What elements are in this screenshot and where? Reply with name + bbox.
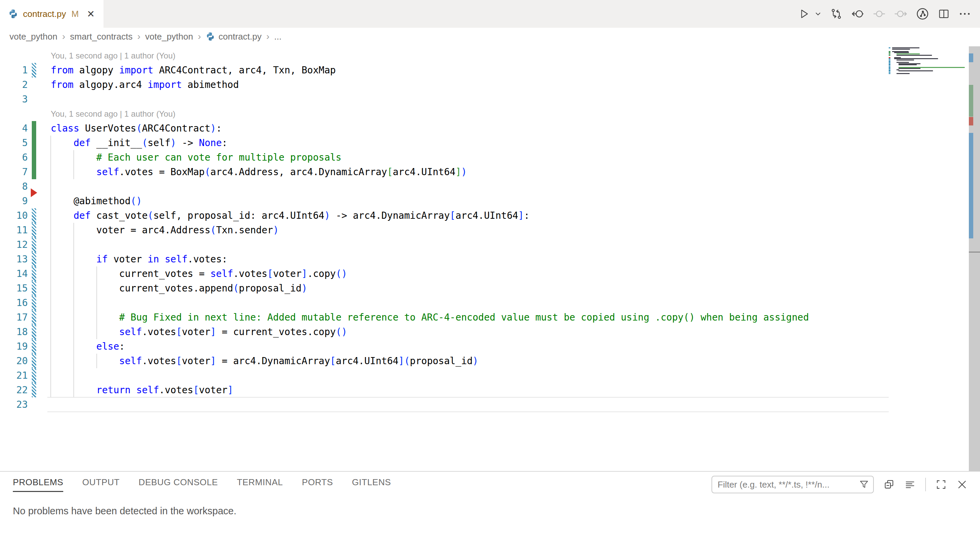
maximize-panel-icon[interactable] <box>935 479 947 490</box>
run-dropdown-chevron-icon[interactable] <box>814 10 822 18</box>
code-text: self.votes[voter] = current_votes.copy() <box>51 325 347 339</box>
line-number: 22 <box>0 383 28 397</box>
line-number: 17 <box>0 310 28 325</box>
code-line[interactable]: 17 # Bug Fixed in next line: Added mutab… <box>0 310 889 325</box>
editor-tab-bar: contract.py M ✕ <box>0 0 980 28</box>
code-line[interactable]: 6 # Each user can vote for multiple prop… <box>0 150 889 165</box>
code-line[interactable]: 15 current_votes.append(proposal_id) <box>0 281 889 296</box>
code-line[interactable]: 18 self.votes[voter] = current_votes.cop… <box>0 325 889 339</box>
code-line[interactable]: 19 else: <box>0 339 889 354</box>
minimap-diff-mark <box>889 72 890 73</box>
line-number: 12 <box>0 237 28 252</box>
panel-tab-problems[interactable]: PROBLEMS <box>13 477 63 492</box>
next-change-disabled-icon <box>894 7 908 21</box>
minimap-diff-mark <box>889 51 890 52</box>
minimap-diff-mark <box>889 65 890 67</box>
code-line[interactable]: 20 self.votes[voter] = arc4.DynamicArray… <box>0 354 889 368</box>
split-editor-icon[interactable] <box>937 8 950 20</box>
code-line[interactable]: 12 <box>0 237 889 252</box>
gutter-diff-marker <box>32 121 36 135</box>
tab-close-icon[interactable]: ✕ <box>87 8 95 20</box>
code-line[interactable]: 4class UserVotes(ARC4Contract): <box>0 121 889 135</box>
code-line[interactable]: 2from algopy.arc4 import abimethod <box>0 78 889 92</box>
gutter-diff-marker <box>32 296 36 310</box>
previous-change-disabled-icon <box>872 7 886 21</box>
code-line[interactable]: 8 <box>0 179 889 194</box>
code-line[interactable]: 5 def __init__(self) -> None: <box>0 135 889 150</box>
gitlens-graph-icon[interactable] <box>916 7 929 21</box>
breadcrumb-item[interactable]: ... <box>274 32 282 42</box>
code-line[interactable]: 11 voter = arc4.Address(Txn.sender) <box>0 223 889 237</box>
gutter-diff-marker <box>32 63 36 78</box>
code-line[interactable]: 13 if voter in self.votes: <box>0 252 889 266</box>
gitlens-blame-annotation[interactable]: You, 1 second ago | 1 author (You) <box>0 48 889 63</box>
code-text: else: <box>51 339 125 354</box>
run-button-icon[interactable] <box>798 8 810 20</box>
code-line[interactable]: 10 def cast_vote(self, proposal_id: arc4… <box>0 208 889 223</box>
open-previous-change-icon[interactable] <box>851 7 864 21</box>
panel-tab-output[interactable]: OUTPUT <box>82 477 119 492</box>
breadcrumb-item[interactable]: vote_python <box>145 32 193 42</box>
minimap-code-line <box>894 52 909 53</box>
ruler-added-mark <box>969 85 973 117</box>
minimap-code-line <box>899 68 921 69</box>
code-line[interactable]: 1from algopy import ARC4Contract, arc4, … <box>0 63 889 78</box>
gutter-diff-marker <box>32 281 36 296</box>
line-number: 15 <box>0 281 28 296</box>
list-view-icon[interactable] <box>904 479 916 490</box>
code-line[interactable]: 3 <box>0 92 889 107</box>
line-number: 7 <box>0 165 28 179</box>
breadcrumb-item[interactable]: smart_contracts <box>70 32 132 42</box>
panel-tab-ports[interactable]: PORTS <box>302 477 333 492</box>
minimap-code-line <box>894 58 938 59</box>
filter-input[interactable] <box>711 476 874 493</box>
breadcrumb-item[interactable]: vote_python <box>10 32 57 42</box>
line-number: 18 <box>0 325 28 339</box>
breadcrumb-item[interactable]: contract.py <box>205 32 261 42</box>
code-text: from algopy import ARC4Contract, arc4, T… <box>51 63 336 78</box>
panel-tab-terminal[interactable]: TERMINAL <box>237 477 283 492</box>
code-line[interactable]: 14 current_votes = self.votes[voter].cop… <box>0 266 889 281</box>
code-text: from algopy.arc4 import abimethod <box>51 78 239 92</box>
close-panel-icon[interactable] <box>956 479 968 490</box>
collapse-all-icon[interactable] <box>883 479 895 490</box>
minimap-diff-mark <box>889 70 890 72</box>
line-number: 4 <box>0 121 28 135</box>
scrollbar-slider-edge <box>969 251 980 253</box>
deleted-lines-marker-icon <box>31 188 37 197</box>
line-number: 2 <box>0 78 28 92</box>
minimap-code-line <box>894 57 900 58</box>
code-text: def __init__(self) -> None: <box>51 135 228 150</box>
code-line[interactable]: 9 @abimethod() <box>0 194 889 208</box>
code-text: # Bug Fixed in next line: Added mutable … <box>51 310 809 325</box>
panel-tab-gitlens[interactable]: GITLENS <box>352 477 391 492</box>
overview-ruler-scrollbar[interactable] <box>969 46 980 472</box>
breadcrumb-separator-icon: › <box>266 31 269 42</box>
gitlens-blame-annotation[interactable]: You, 1 second ago | 1 author (You) <box>0 107 889 121</box>
code-line[interactable]: 21 <box>0 368 889 383</box>
line-number: 8 <box>0 179 28 194</box>
problems-empty-message: No problems have been detected in the wo… <box>13 506 236 517</box>
gutter-diff-marker <box>32 208 36 223</box>
gutter-diff-marker <box>32 339 36 354</box>
more-actions-icon[interactable] <box>958 8 971 20</box>
minimap-diff-mark <box>889 59 890 60</box>
minimap-code-line <box>896 62 909 63</box>
minimap-diff-mark <box>889 61 890 62</box>
panel-tab-debug-console[interactable]: DEBUG CONSOLE <box>138 477 218 492</box>
python-icon <box>8 9 18 19</box>
code-line[interactable]: 7 self.votes = BoxMap(arc4.Address, arc4… <box>0 165 889 179</box>
minimap-diff-mark <box>889 68 890 69</box>
tab-contract-py[interactable]: contract.py M ✕ <box>0 0 103 28</box>
compare-changes-icon[interactable] <box>830 8 843 20</box>
filter-icon[interactable] <box>858 479 870 490</box>
minimap-diff-mark <box>889 53 890 54</box>
code-editor[interactable]: You, 1 second ago | 1 author (You)1from … <box>0 45 980 472</box>
minimap-code-line <box>899 70 933 72</box>
gutter-diff-marker <box>32 252 36 266</box>
minimap[interactable] <box>889 47 968 84</box>
code-line[interactable]: 22 return self.votes[voter] <box>0 383 889 397</box>
code-line[interactable]: 16 <box>0 296 889 310</box>
code-line[interactable]: 23 <box>0 397 889 412</box>
gutter-diff-marker <box>32 135 36 150</box>
